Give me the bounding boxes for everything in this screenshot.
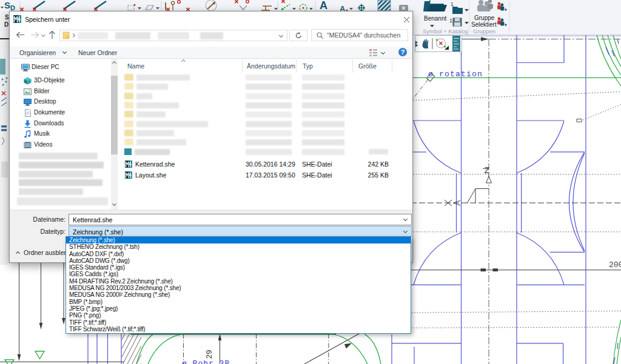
svg-text:Gruppe: Gruppe <box>474 15 495 21</box>
svg-text:200: 200 <box>609 260 621 270</box>
svg-text:S: S <box>4 0 10 10</box>
svg-text:1: 1 <box>449 18 452 24</box>
svg-text:A: A <box>320 0 327 12</box>
svg-text:ø Bohr 3B: ø Bohr 3B <box>182 359 230 364</box>
svg-text:Benannt: Benannt <box>424 15 446 22</box>
svg-text:29: 29 <box>206 349 214 359</box>
svg-text:Selektiert: Selektiert <box>471 21 497 28</box>
svg-text:1: 1 <box>451 1 454 7</box>
svg-text:Gruppen: Gruppen <box>473 28 495 35</box>
svg-text:ø rotation: ø rotation <box>428 70 483 79</box>
svg-text:Symbol + Katalog: Symbol + Katalog <box>423 28 468 35</box>
